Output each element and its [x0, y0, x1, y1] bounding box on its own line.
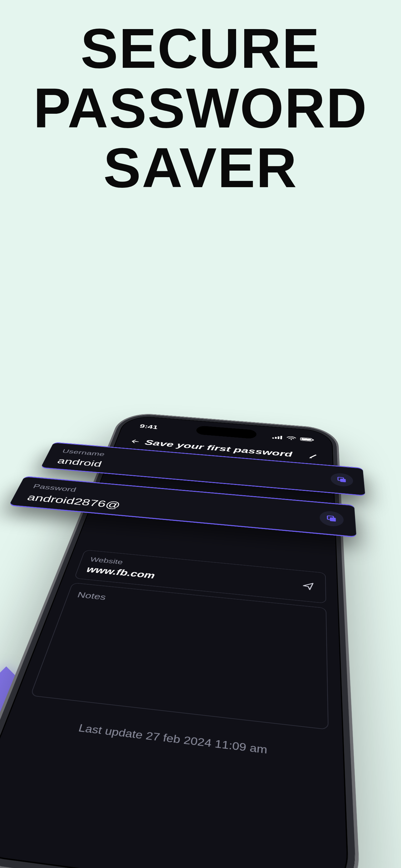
marketing-headline: SECURE PASSWORD SAVER [13, 19, 388, 197]
open-website-button[interactable] [298, 578, 319, 594]
svg-point-4 [291, 439, 292, 440]
battery-icon [300, 437, 314, 442]
headline-line-3: SAVER [103, 136, 298, 199]
send-icon [302, 581, 314, 591]
notes-label: Notes [76, 590, 107, 602]
copy-icon [305, 474, 313, 479]
website-field[interactable]: Website www.fb.com [74, 550, 326, 603]
headline-line-1: SECURE [80, 17, 321, 80]
svg-rect-7 [312, 439, 314, 440]
status-icons [272, 435, 314, 442]
svg-rect-1 [275, 437, 277, 439]
cellular-icon [272, 435, 283, 439]
copy-icon [337, 476, 347, 483]
svg-rect-6 [301, 438, 311, 440]
copy-account-button[interactable] [301, 471, 318, 482]
svg-rect-2 [278, 436, 279, 439]
last-update-text: Last update 27 feb 2024 11:09 am [4, 713, 344, 766]
notes-field[interactable]: Notes [30, 582, 329, 730]
svg-rect-8 [309, 458, 312, 458]
copy-icon [326, 515, 337, 522]
phone-mockup: 9:41 Save your fir [0, 413, 358, 868]
svg-rect-0 [272, 437, 274, 439]
edit-button[interactable] [306, 452, 321, 461]
back-button[interactable] [127, 437, 143, 446]
copy-username-button[interactable] [330, 472, 354, 487]
svg-rect-3 [280, 436, 282, 439]
copy-password-button[interactable] [320, 510, 344, 527]
headline-line-2: PASSWORD [33, 76, 368, 140]
wifi-icon [287, 436, 296, 440]
status-time: 9:41 [139, 423, 159, 430]
